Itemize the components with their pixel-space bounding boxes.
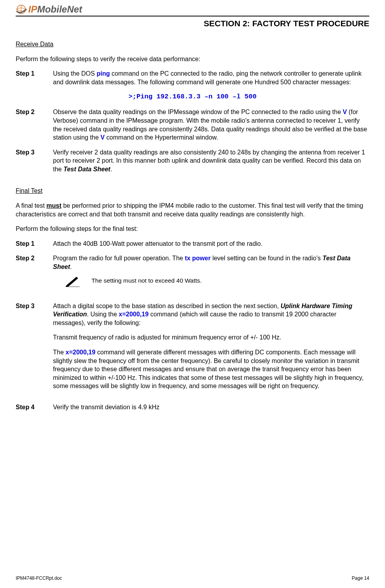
- text: .: [110, 166, 112, 172]
- globe-icon: [16, 4, 27, 15]
- step3-p2: Transmit frequency of radio is adjusted …: [53, 333, 369, 342]
- logo-mobilenet: MobileNet: [37, 4, 82, 15]
- step-label: Step 4: [16, 403, 53, 412]
- final-step-1: Step 1 Attach the 40dB 100-Watt power at…: [16, 240, 369, 248]
- final-intro-2: Perform the following steps for the fina…: [16, 225, 369, 233]
- page-header: IPMobileNet: [16, 4, 369, 16]
- step-label: Step 1: [16, 240, 53, 248]
- logo-text: IPMobileNet: [28, 4, 82, 15]
- text: Program the radio for full power operati…: [53, 255, 185, 261]
- receive-step-2: Step 2 Observe the data quality readings…: [16, 108, 369, 142]
- cmd-x2000: x=2000,19: [119, 311, 148, 318]
- step-label: Step 3: [16, 302, 53, 397]
- cmd-v: V: [100, 134, 105, 141]
- final-step-4: Step 4 Verify the transmit deviation is …: [16, 403, 369, 412]
- final-step-2: Step 2 Program the radio for full power …: [16, 254, 369, 295]
- text: Observe the data quality readings on the…: [53, 109, 343, 115]
- step-label: Step 3: [16, 148, 53, 174]
- note-row: The setting must not to exceed 40 Watts.: [65, 275, 369, 287]
- heading-final-test: Final Test: [16, 187, 369, 195]
- step-body: Observe the data quality readings on the…: [53, 108, 369, 142]
- note-text: The setting must not to exceed 40 Watts.: [91, 277, 202, 285]
- step-label: Step 1: [16, 69, 53, 86]
- text: command on the Hyperterminal window.: [105, 134, 218, 141]
- text: .: [70, 263, 72, 270]
- receive-intro: Perform the following steps to verify th…: [16, 55, 369, 64]
- text: A final test: [16, 202, 46, 209]
- step-body: Verify receiver 2 data quality readings …: [53, 148, 369, 174]
- final-intro: A final test must be performed prior to …: [16, 201, 369, 218]
- step-label: Step 2: [16, 254, 53, 295]
- footer-filename: IPM4748-FCCRpt.doc: [16, 575, 62, 581]
- cmd-txpower: tx power: [185, 255, 211, 261]
- ping-command-code: >;Ping 192.168.3.3 –n 100 –l 500: [16, 93, 369, 102]
- cmd-x2000: x=2000,19: [66, 349, 95, 356]
- text: Using the DOS: [53, 70, 97, 77]
- pencil-icon: [65, 275, 80, 287]
- test-data-sheet-ref: Test Data Sheet: [64, 166, 110, 172]
- content-body: Receive Data Perform the following steps…: [16, 40, 369, 412]
- step-body: Attach the 40dB 100-Watt power attenuato…: [53, 240, 369, 248]
- page-footer: IPM4748-FCCRpt.doc Page 14: [16, 575, 369, 581]
- text: Attach a digital scope to the base stati…: [53, 303, 281, 309]
- logo: IPMobileNet: [16, 4, 82, 15]
- final-step-3: Step 3 Attach a digital scope to the bas…: [16, 302, 369, 397]
- text: be performed prior to shipping the IPM4 …: [16, 202, 363, 218]
- footer-page-number: Page 14: [352, 575, 369, 581]
- step-label: Step 2: [16, 108, 53, 142]
- step-body: Verify the transmit deviation is 4.9 kHz: [53, 403, 369, 412]
- document-page: IPMobileNet SECTION 2: FACTORY TEST PROC…: [0, 0, 385, 588]
- text: The: [53, 349, 66, 356]
- step3-p1: Attach a digital scope to the base stati…: [53, 302, 369, 327]
- must-emphasis: must: [46, 202, 61, 209]
- step3-p3: The x=2000,19 command will generate diff…: [53, 348, 369, 390]
- section-title: SECTION 2: FACTORY TEST PROCEDURE: [16, 19, 369, 28]
- logo-ip: IP: [28, 4, 37, 15]
- step-body: Attach a digital scope to the base stati…: [53, 302, 369, 397]
- text: level setting can be found in the radio'…: [211, 255, 323, 261]
- receive-step-1: Step 1 Using the DOS ping command on the…: [16, 69, 369, 86]
- heading-receive-data: Receive Data: [16, 40, 369, 49]
- cmd-v: V: [343, 109, 347, 115]
- receive-step-3: Step 3 Verify receiver 2 data quality re…: [16, 148, 369, 174]
- text: command will generate different messages…: [53, 349, 363, 389]
- cmd-ping: ping: [97, 70, 110, 77]
- step-body: Program the radio for full power operati…: [53, 254, 369, 295]
- text: . Using the: [87, 311, 119, 318]
- step-body: Using the DOS ping command on the PC con…: [53, 69, 369, 86]
